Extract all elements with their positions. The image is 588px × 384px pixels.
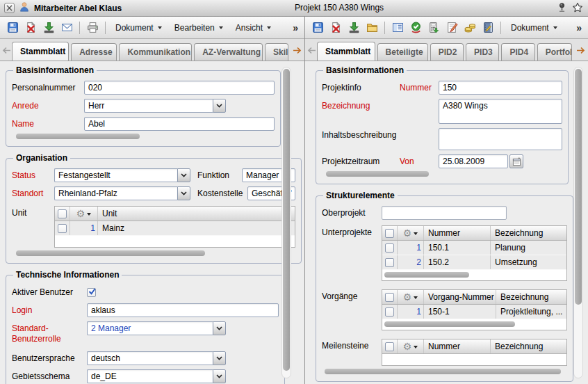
tab-skills[interactable]: Skil bbox=[265, 43, 288, 61]
menu-dokument[interactable]: Dokument bbox=[110, 23, 168, 33]
tab-scroll-right-button[interactable] bbox=[292, 45, 302, 55]
horizontal-scrollbar[interactable] bbox=[12, 250, 295, 257]
actions-menu-button[interactable] bbox=[398, 339, 424, 353]
row-checkbox[interactable] bbox=[58, 224, 67, 233]
horizontal-scrollbar[interactable] bbox=[12, 133, 275, 141]
select-all-checkbox[interactable] bbox=[385, 229, 394, 238]
journal-button[interactable] bbox=[480, 19, 496, 36]
star-button[interactable] bbox=[572, 2, 583, 15]
status-dropdown[interactable]: Festangestellt bbox=[54, 168, 190, 182]
personalnummer-input[interactable]: 020 bbox=[84, 81, 275, 95]
tab-scroll-left-button[interactable] bbox=[1, 45, 12, 55]
tab-adresse[interactable]: Adresse bbox=[71, 43, 117, 61]
calendar-button[interactable] bbox=[509, 154, 523, 168]
row-number-link[interactable]: 1 bbox=[398, 241, 424, 255]
export-button[interactable] bbox=[345, 19, 362, 36]
dropdown-button[interactable] bbox=[213, 321, 226, 335]
scrollbar-thumb[interactable] bbox=[16, 250, 205, 256]
column-header-vorgang-nummer[interactable]: Vorgang-Nummer bbox=[424, 290, 496, 304]
aktiver-benutzer-checkbox[interactable] bbox=[87, 288, 96, 297]
row-number-link[interactable]: 2 bbox=[398, 255, 424, 269]
save-button[interactable] bbox=[309, 19, 326, 36]
costs-button[interactable] bbox=[462, 19, 478, 36]
tab-stammblatt[interactable]: Stammblatt bbox=[317, 42, 375, 61]
horizontal-scrollbar[interactable] bbox=[322, 368, 567, 376]
table-row[interactable]: 1 150.1 Planung bbox=[382, 241, 566, 255]
row-number-link[interactable]: 1 bbox=[398, 305, 424, 319]
tab-pid4[interactable]: PID4 bbox=[501, 43, 534, 61]
table-row[interactable]: 1 Mainz bbox=[55, 221, 295, 236]
von-date-input[interactable]: 25.08.2009 bbox=[439, 154, 508, 168]
horizontal-scrollbar[interactable] bbox=[322, 170, 562, 178]
open-folder-button[interactable] bbox=[364, 19, 380, 36]
index-card-button[interactable] bbox=[389, 19, 406, 36]
vertical-scrollbar[interactable] bbox=[281, 67, 291, 378]
name-input[interactable]: Abel bbox=[84, 117, 275, 131]
tab-pid2[interactable]: PID2 bbox=[430, 43, 464, 61]
scrollbar-thumb[interactable] bbox=[283, 69, 290, 371]
table-row[interactable]: 1 150-1 Projektleitung, ... bbox=[382, 305, 566, 319]
anrede-dropdown[interactable]: Herr bbox=[84, 99, 226, 113]
login-input[interactable]: aklaus bbox=[87, 303, 279, 317]
toolbar-overflow-button[interactable]: » bbox=[574, 22, 584, 33]
dropdown-button[interactable] bbox=[213, 369, 226, 383]
row-checkbox[interactable] bbox=[385, 243, 394, 253]
scrollbar-thumb[interactable] bbox=[326, 171, 429, 177]
edit-document-button[interactable] bbox=[443, 19, 460, 36]
actions-menu-button[interactable] bbox=[70, 207, 98, 221]
dropdown-button[interactable] bbox=[213, 99, 226, 113]
horizontal-scrollbar[interactable] bbox=[382, 271, 566, 279]
inhaltsbeschreibung-textarea[interactable] bbox=[439, 128, 562, 150]
calculate-button[interactable] bbox=[425, 19, 442, 36]
tab-stammblatt[interactable]: Stammblatt bbox=[12, 42, 69, 61]
tab-scroll-left-button[interactable] bbox=[307, 45, 317, 55]
dropdown-button[interactable] bbox=[177, 186, 190, 200]
tab-pid3[interactable]: PID3 bbox=[466, 43, 499, 61]
row-checkbox[interactable] bbox=[385, 307, 394, 317]
dropdown-button[interactable] bbox=[213, 351, 226, 365]
menu-dokument[interactable]: Dokument bbox=[505, 23, 563, 33]
scrollbar-thumb[interactable] bbox=[384, 321, 515, 327]
column-header-bezeichnung[interactable]: Bezeichnung bbox=[496, 290, 566, 304]
column-header-nummer[interactable]: Nummer bbox=[424, 226, 491, 240]
tab-scroll-right-button[interactable] bbox=[575, 45, 586, 55]
benutzerrolle-dropdown[interactable]: 2 Manager bbox=[87, 321, 226, 335]
tab-kommunikation[interactable]: Kommunikation bbox=[119, 43, 192, 61]
approve-button[interactable] bbox=[407, 19, 424, 36]
oberprojekt-input[interactable] bbox=[382, 206, 507, 220]
save-button[interactable] bbox=[4, 19, 21, 36]
projektnummer-input[interactable]: 150 bbox=[439, 81, 562, 95]
scrollbar-thumb[interactable] bbox=[16, 134, 140, 139]
select-all-checkbox[interactable] bbox=[385, 293, 394, 302]
print-button[interactable] bbox=[84, 19, 101, 36]
vertical-scrollbar[interactable] bbox=[573, 67, 583, 378]
column-header-nummer[interactable]: Nummer bbox=[424, 339, 491, 353]
column-header-unit[interactable]: Unit bbox=[98, 207, 295, 221]
tab-portfolio[interactable]: Portfol bbox=[537, 43, 572, 61]
tab-beteiligte[interactable]: Beteiligte bbox=[377, 43, 428, 61]
delete-button[interactable] bbox=[327, 19, 344, 36]
select-all-checkbox[interactable] bbox=[385, 342, 394, 351]
mail-button[interactable] bbox=[58, 19, 75, 36]
bezeichnung-textarea[interactable]: A380 Wings bbox=[439, 99, 562, 124]
menu-ansicht[interactable]: Ansicht bbox=[230, 23, 277, 33]
actions-menu-button[interactable] bbox=[398, 226, 424, 240]
scrollbar-thumb[interactable] bbox=[575, 69, 582, 305]
select-all-checkbox[interactable] bbox=[58, 209, 67, 218]
horizontal-scrollbar[interactable] bbox=[382, 321, 566, 328]
delete-button[interactable] bbox=[22, 19, 39, 36]
close-button[interactable] bbox=[4, 3, 15, 13]
menu-bearbeiten[interactable]: Bearbeiten bbox=[169, 23, 229, 33]
actions-menu-button[interactable] bbox=[398, 290, 424, 304]
column-header-bezeichnung[interactable]: Bezeichnung bbox=[491, 226, 566, 240]
gebietsschema-dropdown[interactable]: de_DE bbox=[87, 369, 226, 383]
dropdown-button[interactable] bbox=[177, 168, 190, 182]
standort-dropdown[interactable]: Rheinland-Pfalz bbox=[54, 186, 190, 200]
pin-button[interactable] bbox=[557, 2, 567, 15]
benutzersprache-dropdown[interactable]: deutsch bbox=[87, 351, 226, 365]
scrollbar-thumb[interactable] bbox=[384, 272, 469, 278]
row-number-link[interactable]: 1 bbox=[70, 221, 98, 235]
tab-az-verwaltung[interactable]: AZ-Verwaltung bbox=[194, 43, 263, 61]
column-header-bezeichnung[interactable]: Bezeichnung bbox=[491, 339, 566, 353]
scrollbar-thumb[interactable] bbox=[325, 369, 561, 374]
